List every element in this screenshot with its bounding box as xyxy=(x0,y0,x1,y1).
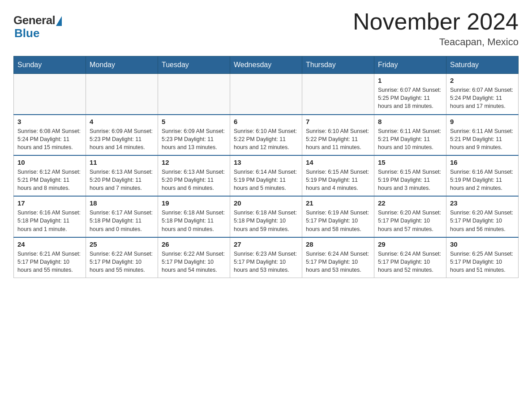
day-number: 16 xyxy=(450,158,515,166)
day-number: 10 xyxy=(17,158,82,166)
day-number: 27 xyxy=(234,240,298,248)
day-info: Sunrise: 6:21 AM Sunset: 5:17 PM Dayligh… xyxy=(17,250,82,274)
calendar-cell: 30Sunrise: 6:25 AM Sunset: 5:17 PM Dayli… xyxy=(446,237,519,278)
day-info: Sunrise: 6:13 AM Sunset: 5:20 PM Dayligh… xyxy=(162,168,226,192)
day-info: Sunrise: 6:08 AM Sunset: 5:24 PM Dayligh… xyxy=(17,127,82,151)
day-info: Sunrise: 6:07 AM Sunset: 5:25 PM Dayligh… xyxy=(378,86,442,110)
day-number: 5 xyxy=(162,118,226,125)
calendar-cell: 16Sunrise: 6:16 AM Sunset: 5:19 PM Dayli… xyxy=(446,155,519,196)
calendar-cell: 5Sunrise: 6:09 AM Sunset: 5:23 PM Daylig… xyxy=(158,115,230,155)
calendar-cell: 24Sunrise: 6:21 AM Sunset: 5:17 PM Dayli… xyxy=(14,237,86,278)
calendar-cell: 10Sunrise: 6:12 AM Sunset: 5:21 PM Dayli… xyxy=(14,155,86,196)
day-of-week-header: Tuesday xyxy=(158,56,230,74)
title-section: November 2024 Teacapan, Mexico xyxy=(353,9,519,48)
day-info: Sunrise: 6:11 AM Sunset: 5:21 PM Dayligh… xyxy=(378,127,442,151)
calendar-cell: 25Sunrise: 6:22 AM Sunset: 5:17 PM Dayli… xyxy=(86,237,158,278)
day-info: Sunrise: 6:09 AM Sunset: 5:23 PM Dayligh… xyxy=(90,127,154,151)
calendar-header-row: SundayMondayTuesdayWednesdayThursdayFrid… xyxy=(14,56,519,74)
day-info: Sunrise: 6:18 AM Sunset: 5:18 PM Dayligh… xyxy=(234,209,298,233)
calendar-cell xyxy=(86,74,158,115)
calendar-cell: 8Sunrise: 6:11 AM Sunset: 5:21 PM Daylig… xyxy=(374,115,446,155)
day-info: Sunrise: 6:19 AM Sunset: 5:17 PM Dayligh… xyxy=(306,209,370,233)
day-number: 3 xyxy=(17,118,82,125)
calendar-cell: 22Sunrise: 6:20 AM Sunset: 5:17 PM Dayli… xyxy=(374,196,446,237)
day-number: 28 xyxy=(306,240,370,248)
day-info: Sunrise: 6:09 AM Sunset: 5:23 PM Dayligh… xyxy=(162,127,226,151)
day-number: 30 xyxy=(450,240,515,248)
day-number: 1 xyxy=(378,77,442,84)
day-info: Sunrise: 6:11 AM Sunset: 5:21 PM Dayligh… xyxy=(450,127,515,151)
day-of-week-header: Monday xyxy=(86,56,158,74)
day-info: Sunrise: 6:25 AM Sunset: 5:17 PM Dayligh… xyxy=(450,250,515,274)
day-number: 12 xyxy=(162,158,226,166)
calendar-cell: 26Sunrise: 6:22 AM Sunset: 5:17 PM Dayli… xyxy=(158,237,230,278)
day-info: Sunrise: 6:22 AM Sunset: 5:17 PM Dayligh… xyxy=(90,250,154,274)
calendar-week-row: 3Sunrise: 6:08 AM Sunset: 5:24 PM Daylig… xyxy=(14,115,519,155)
calendar-cell: 28Sunrise: 6:24 AM Sunset: 5:17 PM Dayli… xyxy=(302,237,374,278)
calendar-table: SundayMondayTuesdayWednesdayThursdayFrid… xyxy=(13,56,519,278)
day-number: 21 xyxy=(306,199,370,207)
day-info: Sunrise: 6:16 AM Sunset: 5:19 PM Dayligh… xyxy=(450,168,515,192)
calendar-cell: 2Sunrise: 6:07 AM Sunset: 5:24 PM Daylig… xyxy=(446,74,519,115)
calendar-cell: 7Sunrise: 6:10 AM Sunset: 5:22 PM Daylig… xyxy=(302,115,374,155)
location-text: Teacapan, Mexico xyxy=(353,36,519,48)
calendar-cell: 18Sunrise: 6:17 AM Sunset: 5:18 PM Dayli… xyxy=(86,196,158,237)
day-of-week-header: Friday xyxy=(374,56,446,74)
day-info: Sunrise: 6:22 AM Sunset: 5:17 PM Dayligh… xyxy=(162,250,226,274)
day-number: 8 xyxy=(378,118,442,125)
day-number: 29 xyxy=(378,240,442,248)
calendar-cell: 15Sunrise: 6:15 AM Sunset: 5:19 PM Dayli… xyxy=(374,155,446,196)
day-info: Sunrise: 6:24 AM Sunset: 5:17 PM Dayligh… xyxy=(306,250,370,274)
calendar-cell: 21Sunrise: 6:19 AM Sunset: 5:17 PM Dayli… xyxy=(302,196,374,237)
day-info: Sunrise: 6:20 AM Sunset: 5:17 PM Dayligh… xyxy=(450,209,515,233)
day-number: 23 xyxy=(450,199,515,207)
day-info: Sunrise: 6:23 AM Sunset: 5:17 PM Dayligh… xyxy=(234,250,298,274)
day-number: 2 xyxy=(450,77,515,84)
day-number: 15 xyxy=(378,158,442,166)
day-info: Sunrise: 6:10 AM Sunset: 5:22 PM Dayligh… xyxy=(234,127,298,151)
day-number: 22 xyxy=(378,199,442,207)
day-info: Sunrise: 6:20 AM Sunset: 5:17 PM Dayligh… xyxy=(378,209,442,233)
calendar-cell: 9Sunrise: 6:11 AM Sunset: 5:21 PM Daylig… xyxy=(446,115,519,155)
day-of-week-header: Thursday xyxy=(302,56,374,74)
page-header: General Blue November 2024 Teacapan, Mex… xyxy=(13,9,519,48)
calendar-cell: 14Sunrise: 6:15 AM Sunset: 5:19 PM Dayli… xyxy=(302,155,374,196)
day-number: 18 xyxy=(90,199,154,207)
calendar-cell: 23Sunrise: 6:20 AM Sunset: 5:17 PM Dayli… xyxy=(446,196,519,237)
day-of-week-header: Wednesday xyxy=(230,56,302,74)
day-of-week-header: Sunday xyxy=(14,56,86,74)
day-info: Sunrise: 6:10 AM Sunset: 5:22 PM Dayligh… xyxy=(306,127,370,151)
calendar-week-row: 17Sunrise: 6:16 AM Sunset: 5:18 PM Dayli… xyxy=(14,196,519,237)
calendar-week-row: 24Sunrise: 6:21 AM Sunset: 5:17 PM Dayli… xyxy=(14,237,519,278)
calendar-cell xyxy=(302,74,374,115)
calendar-cell: 19Sunrise: 6:18 AM Sunset: 5:18 PM Dayli… xyxy=(158,196,230,237)
day-info: Sunrise: 6:13 AM Sunset: 5:20 PM Dayligh… xyxy=(90,168,154,192)
day-info: Sunrise: 6:15 AM Sunset: 5:19 PM Dayligh… xyxy=(378,168,442,192)
calendar-cell xyxy=(14,74,86,115)
calendar-week-row: 10Sunrise: 6:12 AM Sunset: 5:21 PM Dayli… xyxy=(14,155,519,196)
calendar-cell xyxy=(230,74,302,115)
day-number: 13 xyxy=(234,158,298,166)
calendar-cell: 3Sunrise: 6:08 AM Sunset: 5:24 PM Daylig… xyxy=(14,115,86,155)
calendar-week-row: 1Sunrise: 6:07 AM Sunset: 5:25 PM Daylig… xyxy=(14,74,519,115)
day-number: 20 xyxy=(234,199,298,207)
day-number: 25 xyxy=(90,240,154,248)
day-info: Sunrise: 6:07 AM Sunset: 5:24 PM Dayligh… xyxy=(450,86,515,110)
calendar-cell: 11Sunrise: 6:13 AM Sunset: 5:20 PM Dayli… xyxy=(86,155,158,196)
calendar-cell: 27Sunrise: 6:23 AM Sunset: 5:17 PM Dayli… xyxy=(230,237,302,278)
logo-general-text: General xyxy=(13,13,55,27)
day-number: 24 xyxy=(17,240,82,248)
calendar-cell: 6Sunrise: 6:10 AM Sunset: 5:22 PM Daylig… xyxy=(230,115,302,155)
logo: General Blue xyxy=(13,9,62,40)
day-info: Sunrise: 6:18 AM Sunset: 5:18 PM Dayligh… xyxy=(162,209,226,233)
day-number: 26 xyxy=(162,240,226,248)
day-number: 11 xyxy=(90,158,154,166)
logo-triangle-icon xyxy=(56,16,62,26)
logo-blue-text: Blue xyxy=(13,26,39,40)
day-number: 17 xyxy=(17,199,82,207)
day-of-week-header: Saturday xyxy=(446,56,519,74)
calendar-cell xyxy=(158,74,230,115)
day-number: 6 xyxy=(234,118,298,125)
day-info: Sunrise: 6:15 AM Sunset: 5:19 PM Dayligh… xyxy=(306,168,370,192)
day-number: 7 xyxy=(306,118,370,125)
